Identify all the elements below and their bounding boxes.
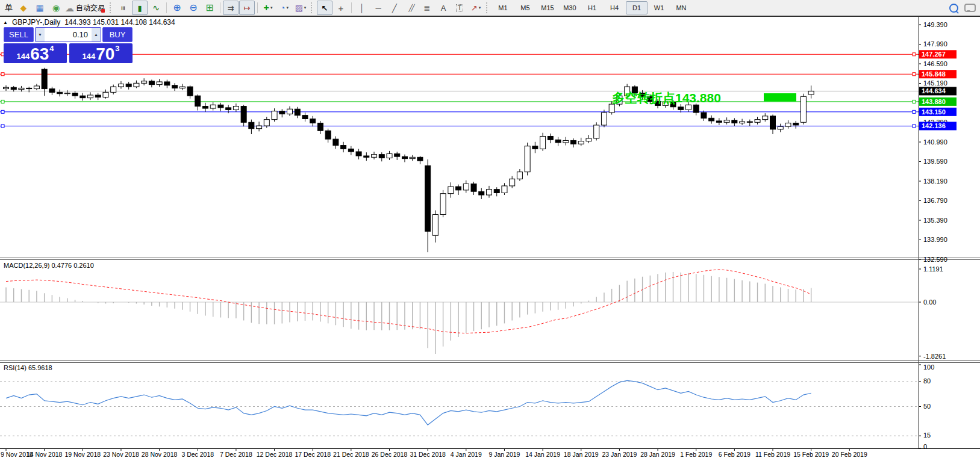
svg-text:149.390: 149.390 bbox=[923, 21, 947, 28]
date-axis: 9 Nov 201814 Nov 201819 Nov 201823 Nov 2… bbox=[1, 448, 867, 458]
svg-text:50: 50 bbox=[923, 403, 931, 410]
buy-price-main: 70 bbox=[96, 46, 114, 62]
toolbar-separator bbox=[257, 2, 258, 13]
svg-text:4 Jan 2019: 4 Jan 2019 bbox=[451, 451, 482, 458]
sell-price-main: 63 bbox=[30, 46, 49, 62]
auto-scroll-icon[interactable]: ⇉ bbox=[223, 1, 239, 15]
chart-shift-icon[interactable]: ↦ bbox=[239, 1, 255, 15]
timeframe-h4-button[interactable]: H4 bbox=[604, 1, 625, 14]
cursor-tool[interactable]: ↖ bbox=[317, 1, 332, 15]
svg-text:144.634: 144.634 bbox=[922, 87, 946, 94]
bar-chart-icon[interactable]: ≡ bbox=[116, 1, 131, 15]
svg-text:23 Nov 2018: 23 Nov 2018 bbox=[103, 451, 139, 458]
autotrading-stopped-badge bbox=[101, 9, 105, 13]
chat-icon[interactable] bbox=[962, 1, 978, 15]
toolbar-separator bbox=[220, 2, 220, 13]
periods-icon[interactable]: ◔▾ bbox=[276, 1, 292, 15]
svg-text:11 Feb 2019: 11 Feb 2019 bbox=[755, 451, 790, 458]
svg-text:135.390: 135.390 bbox=[923, 217, 947, 224]
search-icon bbox=[949, 4, 958, 13]
zoom-out-icon[interactable]: ⊖ bbox=[186, 1, 201, 15]
svg-text:80: 80 bbox=[923, 377, 931, 385]
svg-text:145.848: 145.848 bbox=[922, 70, 946, 78]
macd-label: MACD(12,26,9) 0.4776 0.2610 bbox=[4, 262, 94, 269]
autotrading-button[interactable]: ☁自动交易 bbox=[64, 1, 107, 15]
bull-bear-turning-point-text: 多空转折点143.880 bbox=[612, 91, 721, 105]
svg-text:136.790: 136.790 bbox=[923, 197, 947, 204]
svg-text:-1.8261: -1.8261 bbox=[923, 353, 946, 360]
fibonacci-tool[interactable]: ≣ bbox=[419, 1, 435, 15]
candlestick-chart-icon[interactable]: ▮ bbox=[132, 1, 148, 15]
chart-canvas[interactable]: 多空转折点143.880149.390147.990146.590145.190… bbox=[0, 17, 980, 464]
toolbar-drag-handle bbox=[486, 2, 490, 13]
timeframe-m5-button[interactable]: M5 bbox=[514, 1, 536, 14]
crosshair-tool[interactable]: + bbox=[333, 1, 349, 15]
svg-text:133.990: 133.990 bbox=[923, 236, 947, 243]
timeframe-m30-button[interactable]: M30 bbox=[559, 1, 581, 14]
svg-text:26 Dec 2018: 26 Dec 2018 bbox=[372, 451, 408, 458]
signals-icon[interactable]: ◉ bbox=[48, 1, 64, 15]
svg-text:20 Feb 2019: 20 Feb 2019 bbox=[832, 451, 867, 458]
svg-text:14 Jan 2019: 14 Jan 2019 bbox=[525, 451, 560, 458]
timeframe-h1-button[interactable]: H1 bbox=[581, 1, 603, 14]
vertical-line-tool[interactable]: │ bbox=[354, 1, 370, 15]
chart-header: ▲ GBPJPY-,Daily 144.393 145.031 144.108 … bbox=[3, 18, 175, 26]
timeframe-w1-button[interactable]: W1 bbox=[648, 1, 670, 14]
ohlc-values: 144.393 145.031 144.108 144.634 bbox=[64, 18, 175, 26]
price-axis: 149.390147.990146.590145.190143.790142.3… bbox=[919, 21, 957, 263]
timeframe-d1-button[interactable]: D1 bbox=[626, 1, 648, 14]
svg-text:100: 100 bbox=[923, 363, 934, 371]
annotation: 多空转折点143.880 bbox=[612, 91, 721, 105]
shapes-tool[interactable]: ↗▾ bbox=[468, 1, 484, 15]
chart-region: 多空转折点143.880149.390147.990146.590145.190… bbox=[0, 17, 980, 464]
collapse-arrow-icon[interactable]: ▲ bbox=[3, 20, 8, 25]
new-order-icon[interactable]: ◆ bbox=[16, 1, 31, 15]
indicators-icon[interactable]: +▾ bbox=[260, 1, 276, 15]
svg-text:143.880: 143.880 bbox=[922, 98, 946, 105]
toolbar: 单◆▦◉☁自动交易≡▮∿⊕⊖⊞⇉↦+▾◔▾▨▾↖+│─╱╱╱≣AT↗▾M1M5M… bbox=[0, 0, 980, 17]
svg-text:28 Jan 2019: 28 Jan 2019 bbox=[640, 451, 675, 458]
svg-text:18 Jan 2019: 18 Jan 2019 bbox=[564, 451, 599, 458]
svg-text:15 Feb 2019: 15 Feb 2019 bbox=[793, 451, 829, 458]
buy-price-display[interactable]: 144 70 3 bbox=[69, 43, 133, 63]
sell-price-sup: 4 bbox=[49, 44, 54, 53]
volume-decrease-button[interactable]: ▼ bbox=[36, 28, 45, 42]
sell-price-display[interactable]: 144 63 4 bbox=[4, 43, 67, 63]
text-tool[interactable]: A bbox=[435, 1, 451, 15]
svg-text:145.190: 145.190 bbox=[923, 79, 947, 87]
svg-text:143.150: 143.150 bbox=[922, 108, 946, 116]
svg-text:132.590: 132.590 bbox=[923, 256, 947, 263]
zoom-in-icon[interactable]: ⊕ bbox=[169, 1, 185, 15]
search-icon[interactable] bbox=[946, 1, 961, 15]
macd-axis: 1.11910.00-1.8261 bbox=[919, 265, 946, 360]
sell-price-prefix: 144 bbox=[16, 52, 30, 61]
timeframe-m1-button[interactable]: M1 bbox=[492, 1, 514, 14]
timeframe-m15-button[interactable]: M15 bbox=[537, 1, 558, 14]
svg-text:0: 0 bbox=[923, 443, 927, 450]
buy-button[interactable]: BUY bbox=[102, 27, 133, 42]
symbol-period-label: GBPJPY-,Daily bbox=[12, 18, 60, 26]
line-chart-icon[interactable]: ∿ bbox=[148, 1, 164, 15]
timeframe-mn-button[interactable]: MN bbox=[670, 1, 692, 14]
svg-text:3 Dec 2018: 3 Dec 2018 bbox=[181, 451, 214, 458]
toolbar-drag-handle bbox=[311, 2, 314, 13]
toolbar-drag-handle bbox=[110, 2, 113, 13]
volume-increase-button[interactable]: ▲ bbox=[92, 28, 101, 42]
one-click-trade-panel: SELL ▼ 0.10 ▲ BUY 144 63 4 144 70 3 bbox=[4, 27, 133, 63]
horizontal-line-tool[interactable]: ─ bbox=[370, 1, 386, 15]
sell-button[interactable]: SELL bbox=[4, 27, 34, 42]
svg-text:23 Jan 2019: 23 Jan 2019 bbox=[602, 451, 637, 458]
svg-text:140.990: 140.990 bbox=[923, 138, 947, 146]
svg-text:6 Feb 2019: 6 Feb 2019 bbox=[719, 451, 751, 458]
svg-text:147.267: 147.267 bbox=[922, 51, 946, 58]
text-label-tool[interactable]: T bbox=[452, 1, 467, 15]
templates-icon[interactable]: ▨▾ bbox=[293, 1, 308, 15]
charts-window-icon[interactable]: ▦ bbox=[32, 1, 48, 15]
svg-text:28 Nov 2018: 28 Nov 2018 bbox=[142, 451, 178, 458]
tile-windows-icon[interactable]: ⊞ bbox=[202, 1, 217, 15]
trendline-tool[interactable]: ╱ bbox=[387, 1, 402, 15]
volume-input[interactable]: 0.10 bbox=[45, 28, 92, 42]
toolbar-separator bbox=[351, 2, 352, 13]
svg-text:1.1191: 1.1191 bbox=[923, 265, 943, 273]
channel-tool[interactable]: ╱╱ bbox=[403, 1, 419, 15]
